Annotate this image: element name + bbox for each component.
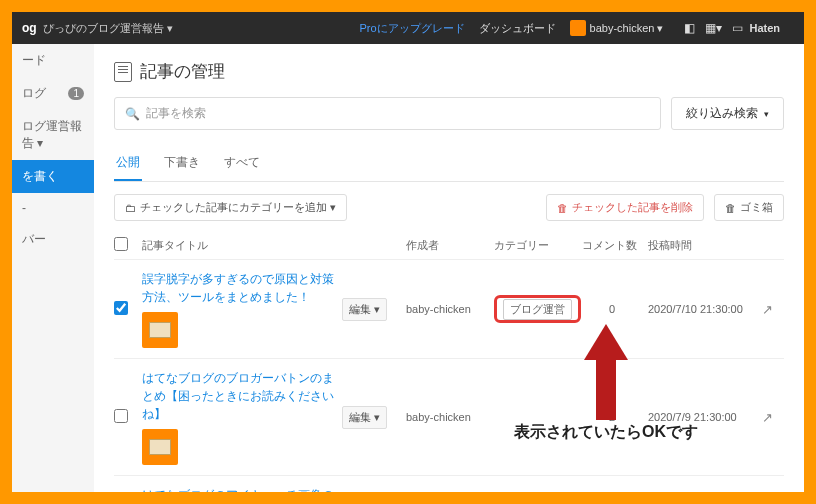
sidebar-item[interactable]: ード — [12, 44, 94, 77]
category-cell: ブログ運営 — [494, 299, 576, 320]
delete-checked-button[interactable]: 🗑チェックした記事を削除 — [546, 194, 704, 221]
table-header: 記事タイトル 作成者 カテゴリー コメント数 投稿時間 — [114, 231, 784, 260]
search-icon: 🔍 — [125, 107, 140, 121]
topbar: og ぴっぴのブログ運営報告 ▾ Proにアップグレード ダッシュボード bab… — [12, 12, 804, 44]
col-time: 投稿時間 — [648, 238, 756, 253]
chevron-down-icon: ▾ — [764, 109, 769, 119]
page-title: 記事の管理 — [140, 60, 225, 83]
avatar — [570, 20, 586, 36]
tab-draft[interactable]: 下書き — [162, 146, 202, 181]
badge: 1 — [68, 87, 84, 100]
col-author: 作成者 — [406, 238, 488, 253]
article-title-link[interactable]: はてなブログのアイキャッチ画像の設定方法 — [142, 488, 334, 492]
author-cell: baby-chicken — [406, 303, 488, 315]
thumbnail — [142, 312, 178, 348]
comments-cell: 2 — [582, 411, 642, 423]
article-title-link[interactable]: 誤字脱字が多すぎるので原因と対策方法、ツールをまとめました！ — [142, 272, 334, 304]
tabs: 公開 下書き すべて — [114, 146, 784, 182]
category-highlight: ブログ運営 — [494, 295, 581, 323]
filter-button[interactable]: 絞り込み検索▾ — [671, 97, 784, 130]
folder-icon: 🗀 — [125, 202, 136, 214]
document-icon — [114, 62, 132, 82]
tab-public[interactable]: 公開 — [114, 146, 142, 181]
trash-button[interactable]: 🗑ゴミ箱 — [714, 194, 784, 221]
blog-breadcrumb[interactable]: ぴっぴのブログ運営報告 ▾ — [43, 21, 173, 36]
search-input[interactable]: 🔍 記事を検索 — [114, 97, 661, 130]
write-post-button[interactable]: を書く — [12, 160, 94, 193]
grid-icon[interactable]: ▦▾ — [704, 21, 722, 35]
trash-icon: 🗑 — [557, 202, 568, 214]
add-category-button[interactable]: 🗀チェックした記事にカテゴリーを追加 ▾ — [114, 194, 347, 221]
tab-all[interactable]: すべて — [222, 146, 262, 181]
external-link-icon[interactable]: ↗ — [762, 302, 784, 317]
time-cell: 2020/7/9 21:30:00 — [648, 411, 756, 423]
col-comments: コメント数 — [582, 238, 642, 253]
trash-icon: 🗑 — [725, 202, 736, 214]
sidebar-item[interactable]: バー — [12, 223, 94, 256]
toolbar: 🗀チェックした記事にカテゴリーを追加 ▾ 🗑チェックした記事を削除 🗑ゴミ箱 — [114, 194, 784, 221]
edit-button[interactable]: 編集 ▾ — [342, 406, 387, 429]
external-link-icon[interactable]: ↗ — [762, 410, 784, 425]
sidebar: ード ログ1 ログ運営報告 ▾ を書く - バー — [12, 44, 94, 492]
col-title: 記事タイトル — [142, 238, 336, 253]
main-content: 記事の管理 🔍 記事を検索 絞り込み検索▾ 公開 下書き すべて 🗀チェックした… — [94, 44, 804, 492]
table-row: はてなブログのブロガーバトンのまとめ【困ったときにお読みくださいね】 編集 ▾ … — [114, 359, 784, 476]
brand-logo: og — [22, 21, 37, 35]
comments-cell: 0 — [582, 303, 642, 315]
select-all-checkbox[interactable] — [114, 237, 128, 251]
author-cell: baby-chicken — [406, 411, 488, 423]
chat-icon[interactable]: ▭ — [728, 21, 746, 35]
sidebar-item[interactable]: - — [12, 193, 94, 223]
bookmark-icon[interactable]: ◧ — [680, 21, 698, 35]
hatena-link[interactable]: Haten — [749, 22, 780, 34]
category-tag[interactable]: ブログ運営 — [503, 299, 572, 320]
article-title-link[interactable]: はてなブログのブロガーバトンのまとめ【困ったときにお読みくださいね】 — [142, 371, 334, 421]
app-frame: og ぴっぴのブログ運営報告 ▾ Proにアップグレード ダッシュボード bab… — [12, 12, 804, 492]
table-row: 誤字脱字が多すぎるので原因と対策方法、ツールをまとめました！ 編集 ▾ baby… — [114, 260, 784, 359]
dashboard-link[interactable]: ダッシュボード — [479, 21, 556, 36]
row-checkbox[interactable] — [114, 301, 128, 315]
upgrade-pro-link[interactable]: Proにアップグレード — [359, 21, 464, 36]
time-cell: 2020/7/10 21:30:00 — [648, 303, 756, 315]
table-row: はてなブログのアイキャッチ画像の設定方法 編集 ▾ baby-chicken 2… — [114, 476, 784, 492]
col-category: カテゴリー — [494, 238, 576, 253]
search-placeholder: 記事を検索 — [146, 105, 206, 122]
page-title-row: 記事の管理 — [114, 60, 784, 83]
row-checkbox[interactable] — [114, 409, 128, 423]
user-menu[interactable]: baby-chicken ▾ — [590, 22, 664, 35]
thumbnail — [142, 429, 178, 465]
sidebar-item[interactable]: ログ1 — [12, 77, 94, 110]
sidebar-item[interactable]: ログ運営報告 ▾ — [12, 110, 94, 160]
edit-button[interactable]: 編集 ▾ — [342, 298, 387, 321]
